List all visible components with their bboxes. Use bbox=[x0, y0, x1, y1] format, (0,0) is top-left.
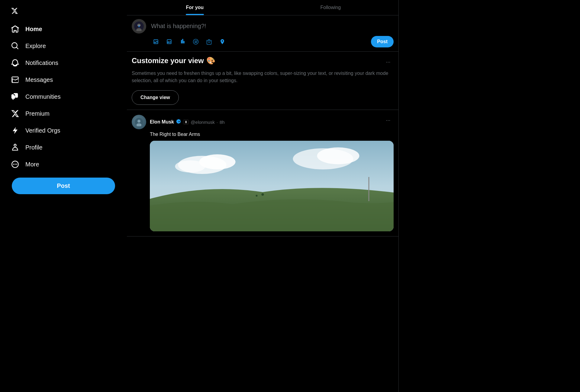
tweet-header: Elon Musk X @elonmusk · 8h bbox=[132, 115, 394, 129]
svg-point-12 bbox=[175, 160, 205, 172]
palette-emoji: 🎨 bbox=[206, 56, 215, 65]
premium-badge: X bbox=[183, 120, 189, 124]
sidebar-item-premium[interactable]: Premium bbox=[6, 106, 121, 121]
envelope-icon bbox=[11, 76, 19, 84]
sidebar: Home Explore Notifications Messages Comm… bbox=[0, 0, 127, 392]
compose-post-button[interactable]: Post bbox=[371, 36, 394, 47]
compose-icon-bar bbox=[150, 36, 228, 48]
svg-text:👤: 👤 bbox=[138, 25, 140, 27]
x-premium-icon bbox=[11, 109, 19, 118]
compose-schedule-button[interactable] bbox=[203, 36, 215, 48]
compose-placeholder[interactable]: What is happening?! bbox=[150, 19, 394, 32]
sidebar-post-button[interactable]: Post bbox=[12, 178, 115, 194]
tweet-separator: · bbox=[217, 120, 218, 125]
tweet-item: ··· Elon Musk X @elonmusk · 8h Th bbox=[127, 110, 398, 236]
verified-badge-icon bbox=[176, 119, 181, 125]
sidebar-item-verified-orgs[interactable]: Verified Orgs bbox=[6, 123, 121, 138]
compose-actions: Post bbox=[150, 36, 394, 48]
tweet-image-landscape bbox=[150, 141, 394, 231]
x-logo-icon bbox=[11, 6, 18, 15]
sidebar-item-label-messages: Messages bbox=[25, 76, 53, 83]
communities-icon bbox=[11, 92, 19, 101]
sidebar-item-explore[interactable]: Explore bbox=[6, 38, 121, 54]
lightning-icon bbox=[11, 126, 19, 135]
customize-view-card: ··· Customize your view 🎨 Sometimes you … bbox=[127, 52, 398, 110]
tab-for-you[interactable]: For you bbox=[127, 0, 263, 15]
tweet-content: The Right to Bear Arms bbox=[132, 132, 394, 137]
compose-input-wrap: What is happening?! bbox=[150, 19, 394, 48]
sidebar-item-label-notifications: Notifications bbox=[25, 59, 58, 66]
sidebar-item-home[interactable]: Home bbox=[6, 21, 121, 37]
compose-location-button[interactable] bbox=[216, 36, 228, 48]
person-icon bbox=[11, 143, 19, 152]
compose-gif-button[interactable] bbox=[163, 36, 175, 48]
tweet-author-avatar bbox=[132, 115, 146, 129]
home-icon bbox=[11, 25, 19, 33]
x-logo[interactable] bbox=[6, 2, 23, 19]
svg-point-17 bbox=[256, 195, 258, 197]
sidebar-item-label-verified-orgs: Verified Orgs bbox=[25, 127, 60, 134]
svg-point-14 bbox=[317, 147, 359, 164]
sidebar-item-label-more: More bbox=[25, 161, 39, 168]
sidebar-item-label-profile: Profile bbox=[25, 144, 43, 151]
search-icon bbox=[11, 42, 19, 50]
feed-tabs: For you Following bbox=[127, 0, 398, 15]
sidebar-item-label-home: Home bbox=[25, 26, 42, 33]
tweet-meta: Elon Musk X @elonmusk · 8h bbox=[150, 119, 225, 125]
sidebar-item-more[interactable]: More bbox=[6, 156, 121, 172]
compose-poll-button[interactable] bbox=[176, 36, 188, 48]
tweet-image bbox=[150, 141, 394, 231]
card-menu-button[interactable]: ··· bbox=[383, 56, 394, 67]
sidebar-item-notifications[interactable]: Notifications bbox=[6, 55, 121, 71]
svg-point-16 bbox=[262, 193, 264, 196]
tab-following[interactable]: Following bbox=[263, 0, 399, 15]
tweet-menu-button[interactable]: ··· bbox=[383, 115, 394, 126]
compose-image-button[interactable] bbox=[150, 36, 162, 48]
svg-point-7 bbox=[137, 120, 140, 123]
compose-area: 👤 What is happening?! bbox=[127, 15, 398, 52]
user-avatar: 👤 bbox=[132, 19, 146, 34]
sidebar-item-messages[interactable]: Messages bbox=[6, 72, 121, 88]
compose-emoji-button[interactable] bbox=[190, 36, 202, 48]
card-body: Sometimes you need to freshen things up … bbox=[132, 70, 394, 84]
change-view-button[interactable]: Change view bbox=[132, 90, 179, 105]
bell-icon bbox=[11, 59, 19, 67]
more-circle-icon bbox=[11, 160, 19, 169]
sidebar-item-communities[interactable]: Communities bbox=[6, 89, 121, 104]
tweet-handle: @elonmusk bbox=[191, 120, 214, 125]
svg-rect-15 bbox=[369, 177, 369, 201]
avatar-image: 👤 bbox=[134, 21, 144, 31]
tweet-author-name: Elon Musk bbox=[150, 119, 174, 125]
main-content: For you Following 👤 What is happening?! bbox=[127, 0, 399, 392]
card-title: Customize your view 🎨 bbox=[132, 56, 394, 65]
sidebar-item-label-explore: Explore bbox=[25, 43, 46, 50]
tweet-time: 8h bbox=[220, 120, 225, 125]
elon-avatar-icon bbox=[135, 118, 143, 126]
sidebar-item-profile[interactable]: Profile bbox=[6, 140, 121, 155]
sidebar-item-label-communities: Communities bbox=[25, 93, 61, 100]
sidebar-item-label-premium: Premium bbox=[25, 110, 50, 117]
